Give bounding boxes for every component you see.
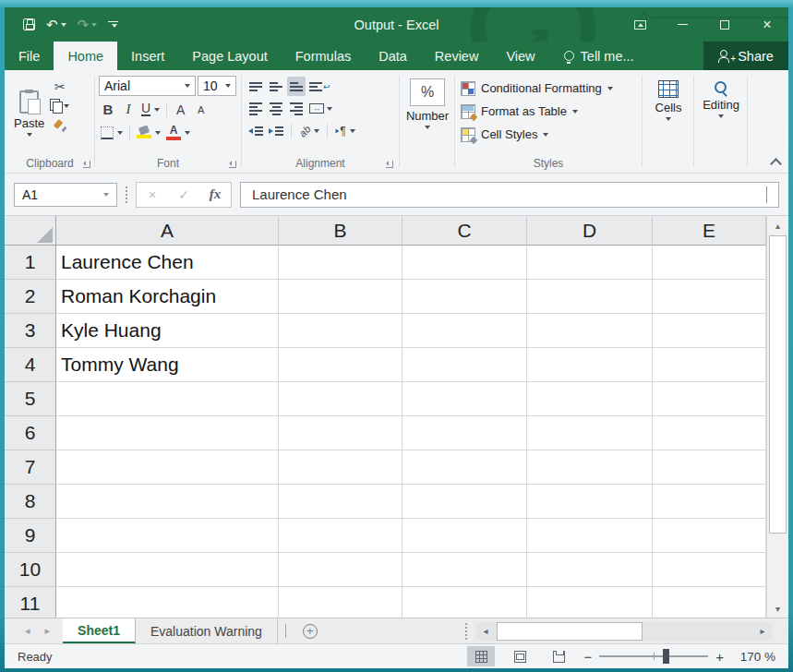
cell-B8[interactable] [279, 485, 403, 519]
underline-button[interactable]: U [139, 100, 162, 119]
previous-sheet-button[interactable]: ◂ [25, 625, 30, 637]
italic-button[interactable]: I [119, 100, 138, 119]
cell-D8[interactable] [527, 485, 653, 519]
number-format-button[interactable]: % Number [403, 73, 452, 173]
bottom-align-button[interactable] [287, 77, 306, 96]
tab-page-layout[interactable]: Page Layout [178, 42, 281, 70]
cell-A2[interactable]: Roman Korchagin [56, 280, 279, 314]
ribbon-display-options-button[interactable] [619, 7, 661, 42]
tell-me-button[interactable]: Tell me... [553, 42, 645, 70]
row-header[interactable]: 6 [5, 416, 56, 450]
close-button[interactable]: × [746, 7, 788, 42]
scroll-up-button[interactable]: ▴ [767, 216, 788, 234]
column-header-e[interactable]: E [653, 216, 766, 246]
cell-E10[interactable] [653, 553, 766, 587]
align-right-button[interactable] [287, 99, 306, 118]
cell-C1[interactable] [403, 246, 527, 280]
row-header[interactable]: 3 [5, 314, 56, 348]
cell-D2[interactable] [527, 280, 653, 314]
cell-E11[interactable] [653, 587, 766, 618]
cell-C8[interactable] [403, 485, 527, 519]
page-layout-view-button[interactable] [506, 646, 534, 666]
cell-styles-button[interactable]: Cell Styles [459, 123, 638, 146]
cell-E3[interactable] [653, 314, 766, 348]
name-box[interactable]: A1 [14, 183, 117, 207]
column-header-b[interactable]: B [279, 216, 403, 246]
cell-A3[interactable]: Kyle Huang [56, 314, 279, 348]
row-header[interactable]: 11 [5, 587, 56, 618]
align-left-button[interactable] [246, 99, 265, 118]
redo-button[interactable]: ↷ [74, 13, 102, 37]
row-header[interactable]: 2 [5, 280, 56, 314]
horizontal-scrollbar-thumb[interactable] [497, 622, 643, 641]
cell-B1[interactable] [279, 246, 403, 280]
font-color-button[interactable]: A [164, 123, 192, 142]
zoom-out-button[interactable]: − [583, 649, 592, 665]
collapse-ribbon-button[interactable] [771, 157, 779, 165]
decrease-indent-button[interactable] [246, 121, 265, 140]
paste-button[interactable]: Paste [8, 73, 50, 154]
cell-D10[interactable] [527, 553, 653, 587]
row-header[interactable]: 10 [5, 553, 56, 587]
cell-E5[interactable] [653, 382, 766, 416]
cell-D3[interactable] [527, 314, 653, 348]
name-box-resize-handle[interactable] [126, 186, 127, 203]
sheet-tab-sheet1[interactable]: Sheet1 [63, 618, 136, 643]
cell-B9[interactable] [279, 519, 403, 553]
tab-formulas[interactable]: Formulas [282, 42, 365, 70]
select-all-corner[interactable] [5, 216, 56, 246]
insert-function-button[interactable]: fx [199, 183, 231, 207]
conditional-formatting-button[interactable]: Conditional Formatting [459, 77, 638, 100]
cell-B2[interactable] [279, 280, 403, 314]
customize-quick-access-button[interactable] [104, 13, 122, 37]
cell-A11[interactable] [56, 587, 279, 618]
cell-C3[interactable] [403, 314, 527, 348]
clipboard-dialog-launcher[interactable] [83, 161, 90, 168]
next-sheet-button[interactable]: ▸ [45, 625, 51, 637]
fill-color-button[interactable] [135, 123, 162, 142]
tab-view[interactable]: View [492, 42, 548, 70]
cell-D11[interactable] [527, 587, 653, 618]
cell-D6[interactable] [527, 416, 653, 450]
cell-C7[interactable] [403, 450, 527, 485]
zoom-in-button[interactable]: + [715, 649, 724, 665]
top-align-button[interactable] [246, 77, 265, 96]
cell-E4[interactable] [653, 348, 766, 382]
cell-C9[interactable] [403, 519, 527, 553]
horizontal-scrollbar[interactable]: ◂ ▸ [476, 618, 772, 643]
zoom-slider-thumb[interactable] [663, 649, 669, 664]
cell-B4[interactable] [279, 348, 403, 382]
cell-C2[interactable] [403, 280, 527, 314]
orientation-button[interactable]: ab [297, 121, 321, 140]
cell-C11[interactable] [403, 587, 527, 618]
cell-E1[interactable] [653, 246, 766, 280]
scroll-down-button[interactable]: ▾ [767, 599, 788, 618]
cell-C5[interactable] [403, 382, 527, 416]
sheet-tab-evaluation-warning[interactable]: Evaluation Warning [136, 618, 278, 643]
middle-align-button[interactable] [267, 77, 285, 96]
tab-review[interactable]: Review [421, 42, 493, 70]
cell-B7[interactable] [279, 450, 403, 485]
cell-E6[interactable] [653, 416, 766, 450]
cell-C4[interactable] [403, 348, 527, 382]
cell-B5[interactable] [279, 382, 403, 416]
scroll-right-button[interactable]: ▸ [753, 622, 772, 641]
row-header[interactable]: 4 [5, 348, 56, 382]
text-direction-button[interactable]: ¶ [333, 121, 356, 140]
bold-button[interactable]: B [99, 100, 117, 119]
page-break-view-button[interactable] [545, 646, 572, 666]
cell-A10[interactable] [56, 553, 279, 587]
cell-E8[interactable] [653, 485, 766, 519]
column-header-c[interactable]: C [403, 216, 527, 246]
new-sheet-button[interactable]: + [294, 618, 327, 643]
borders-button[interactable] [99, 123, 125, 142]
horizontal-scrollbar-track[interactable] [495, 622, 753, 641]
vertical-scrollbar-thumb[interactable] [769, 235, 787, 534]
cut-button[interactable]: ✂ [50, 77, 69, 96]
cell-D7[interactable] [527, 450, 653, 485]
format-painter-button[interactable] [50, 115, 69, 135]
increase-font-size-button[interactable]: A [172, 100, 190, 119]
tab-data[interactable]: Data [365, 42, 421, 70]
tab-home[interactable]: Home [54, 42, 117, 70]
decrease-font-size-button[interactable]: A [192, 100, 210, 119]
